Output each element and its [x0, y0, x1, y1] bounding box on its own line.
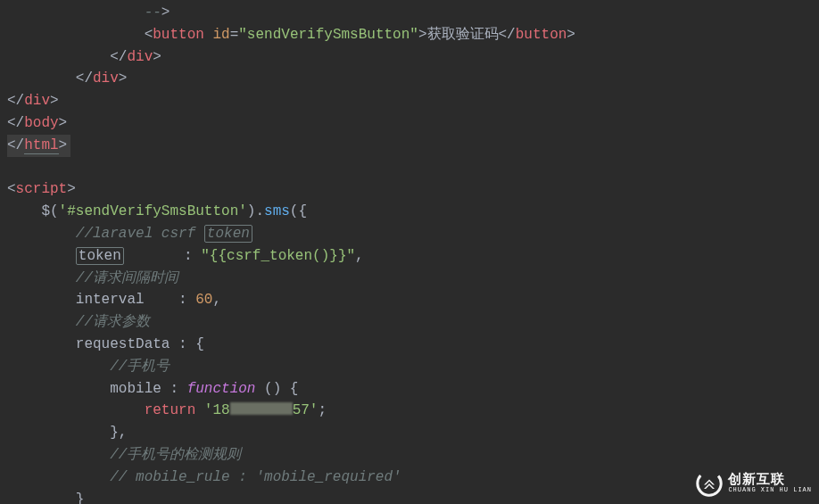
code-line: -->: [7, 4, 170, 21]
code-line: $('#sendVerifySmsButton').sms({: [7, 203, 307, 219]
code-line: requestData : {: [7, 336, 204, 352]
code-line: }: [7, 492, 84, 504]
code-line: <button id="sendVerifySmsButton">获取验证码</…: [7, 27, 575, 43]
code-line: </body>: [7, 115, 67, 131]
code-line: </html>: [7, 137, 70, 153]
redacted-number: [230, 402, 293, 415]
code-editor[interactable]: --> <button id="sendVerifySmsButton">获取验…: [0, 2, 819, 504]
code-line: <script>: [7, 181, 76, 197]
code-line: //手机号的检测规则: [7, 447, 241, 463]
code-line: [7, 160, 16, 176]
watermark-logo-icon: [696, 470, 723, 497]
code-line: //手机号: [7, 359, 170, 375]
watermark-title: 创新互联: [728, 474, 812, 487]
code-line: return '1857';: [7, 402, 327, 418]
watermark: 创新互联 CHUANG XIN HU LIAN: [696, 470, 812, 497]
code-line: token : "{{csrf_token()}}",: [7, 247, 364, 265]
code-line: },: [7, 425, 127, 441]
code-line: //请求参数: [7, 314, 150, 330]
code-line: </div>: [7, 93, 59, 109]
code-line: //请求间隔时间: [7, 270, 178, 286]
watermark-subtitle: CHUANG XIN HU LIAN: [728, 487, 812, 493]
code-line: </div>: [7, 49, 161, 65]
code-line: //laravel csrf token: [7, 225, 252, 243]
code-line: </div>: [7, 70, 127, 87]
code-line: interval : 60,: [7, 292, 221, 308]
code-line: // mobile_rule : 'mobile_required': [7, 469, 401, 485]
code-line: mobile : function () {: [7, 381, 298, 397]
